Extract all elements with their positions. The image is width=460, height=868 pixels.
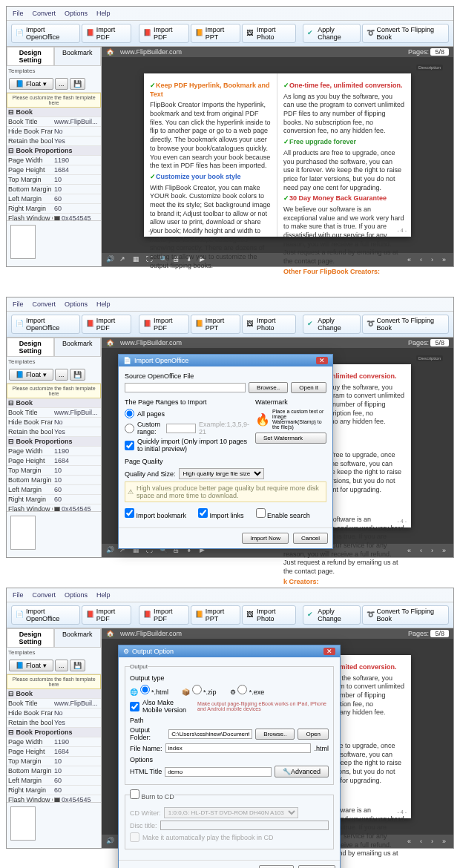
property-grid[interactable]: ⊟ BookBook Titlewww.FlipBuil...Hide Book… bbox=[7, 689, 101, 802]
nav-last[interactable]: » bbox=[439, 838, 449, 845]
tab-bookmark[interactable]: Bookmark bbox=[54, 338, 102, 357]
prop-row[interactable]: ⊟ Book Proportions bbox=[7, 146, 101, 156]
prop-row[interactable]: Page Width1190 bbox=[7, 737, 101, 747]
prop-row[interactable]: Retain the book to centerYes bbox=[7, 427, 101, 437]
nav-last[interactable]: » bbox=[439, 256, 449, 263]
pages-value[interactable]: 5/8 bbox=[430, 339, 449, 346]
prop-row[interactable]: Hide Book Frame BarNo bbox=[7, 708, 101, 718]
exe-radio[interactable] bbox=[237, 685, 247, 694]
tb-import-photo[interactable]: 🖼Import Photo bbox=[242, 605, 296, 625]
nav-prev[interactable]: ‹ bbox=[417, 256, 425, 263]
tb-import-pdf-2[interactable]: 📕Import PDF bbox=[139, 24, 189, 43]
sound-icon[interactable]: 🔊 bbox=[106, 837, 115, 846]
prop-row[interactable]: Book Titlewww.FlipBuil... bbox=[7, 699, 101, 708]
tb-import-openoffice[interactable]: 📄Import OpenOffice bbox=[11, 605, 80, 625]
template-float[interactable]: 📘Float▾ bbox=[9, 660, 53, 671]
prop-row[interactable]: Hide Book Frame BarNo bbox=[7, 127, 101, 137]
thumb-page[interactable] bbox=[10, 806, 36, 841]
custom-range-radio[interactable] bbox=[125, 424, 134, 433]
tb-convert[interactable]: ➰Convert To Flipping Book bbox=[362, 605, 449, 625]
quality-select[interactable]: High quality large file size bbox=[179, 468, 264, 479]
tb-import-pdf-2[interactable]: 📕Import PDF bbox=[139, 605, 189, 625]
convert-button[interactable]: Convert bbox=[298, 865, 335, 868]
menu-convert[interactable]: Convert bbox=[33, 10, 56, 17]
page-left[interactable]: ✓Keep PDF Hyperlink, Bookmark and Text F… bbox=[144, 73, 277, 237]
prop-row[interactable]: Book Titlewww.FlipBuil... bbox=[7, 408, 101, 418]
import-bookmark-check[interactable] bbox=[125, 508, 134, 518]
set-watermark-button[interactable]: Set Watermark bbox=[255, 433, 326, 444]
menu-file[interactable]: File bbox=[13, 300, 24, 308]
menu-file[interactable]: File bbox=[13, 10, 24, 17]
prop-row[interactable]: ⊟ Book bbox=[7, 398, 101, 408]
tb-import-openoffice[interactable]: 📄Import OpenOffice bbox=[11, 315, 80, 334]
prop-row[interactable]: Bottom Margin10 bbox=[7, 766, 101, 776]
tb-import-pdf-2[interactable]: 📕Import PDF bbox=[139, 315, 189, 334]
sound-icon[interactable]: 🔊 bbox=[106, 546, 115, 555]
html-radio[interactable] bbox=[140, 685, 150, 694]
nav-next[interactable]: › bbox=[428, 838, 436, 845]
prop-row[interactable]: Bottom Margin10 bbox=[7, 185, 101, 194]
tb-import-photo[interactable]: 🖼Import Photo bbox=[242, 315, 296, 334]
menu-file[interactable]: File bbox=[13, 591, 24, 599]
close-icon[interactable]: ✕ bbox=[316, 357, 328, 364]
burn-check[interactable] bbox=[130, 789, 139, 799]
quick-import-check[interactable] bbox=[125, 441, 134, 450]
nav-prev[interactable]: ‹ bbox=[417, 838, 425, 845]
prop-row[interactable]: Top Margin10 bbox=[7, 757, 101, 766]
menu-help[interactable]: Help bbox=[96, 591, 111, 599]
custom-input[interactable] bbox=[166, 424, 196, 433]
mobile-check[interactable] bbox=[130, 702, 139, 711]
page-right[interactable]: ✓One-time fee, unlimited conversion. As … bbox=[277, 73, 411, 237]
tb-apply[interactable]: ✔Apply Change bbox=[303, 315, 360, 334]
tb-import-pdf-1[interactable]: 📕Import PDF bbox=[82, 24, 132, 43]
prop-row[interactable]: ⊟ Book bbox=[7, 689, 101, 699]
prop-row[interactable]: Left Margin60 bbox=[7, 194, 101, 204]
browse-button[interactable]: Browse.. bbox=[249, 382, 288, 393]
nav-first[interactable]: « bbox=[404, 256, 414, 263]
tb-convert[interactable]: ➰Convert To Flipping Book bbox=[362, 315, 449, 334]
cancel-button[interactable]: Cancel bbox=[259, 865, 294, 868]
prop-row[interactable]: ⊟ Book bbox=[7, 108, 101, 117]
prop-row[interactable]: Right Margin60 bbox=[7, 786, 101, 795]
import-links-check[interactable] bbox=[198, 508, 208, 518]
tb-import-openoffice[interactable]: 📄Import OpenOffice bbox=[11, 24, 80, 43]
browse-button[interactable]: Browse.. bbox=[255, 729, 295, 740]
prop-row[interactable]: ⊟ Book Proportions bbox=[7, 437, 101, 447]
tb-import-ppt[interactable]: 📙Import PPT bbox=[191, 605, 240, 625]
open-button[interactable]: Open bbox=[298, 729, 329, 740]
src-input[interactable] bbox=[125, 383, 246, 392]
template-save[interactable]: 💾 bbox=[70, 369, 85, 381]
prop-row[interactable]: Left Margin60 bbox=[7, 776, 101, 786]
nav-next[interactable]: › bbox=[428, 256, 436, 263]
nav-last[interactable]: » bbox=[439, 547, 449, 554]
prop-row[interactable]: Page Width1190 bbox=[7, 447, 101, 456]
home-icon[interactable]: 🏠 bbox=[106, 630, 114, 637]
prop-row[interactable]: Page Height1684 bbox=[7, 456, 101, 466]
tb-convert[interactable]: ➰Convert To Flipping Book bbox=[362, 24, 449, 43]
thumb-page[interactable] bbox=[10, 516, 36, 550]
nav-first[interactable]: « bbox=[404, 838, 414, 845]
tb-import-photo[interactable]: 🖼Import Photo bbox=[242, 24, 296, 43]
prop-row[interactable]: Page Height1684 bbox=[7, 747, 101, 757]
prop-row[interactable]: ⊟ Book Proportions bbox=[7, 728, 101, 737]
tb-apply[interactable]: ✔Apply Change bbox=[303, 605, 360, 625]
close-icon[interactable]: ✕ bbox=[323, 648, 335, 655]
menu-help[interactable]: Help bbox=[96, 300, 111, 308]
folder-input[interactable] bbox=[168, 729, 252, 739]
prop-row[interactable]: Retain the book to centerYes bbox=[7, 718, 101, 728]
tab-bookmark[interactable]: Bookmark bbox=[54, 47, 102, 66]
menu-convert[interactable]: Convert bbox=[33, 591, 56, 599]
template-browse[interactable]: ... bbox=[55, 78, 68, 90]
prop-row[interactable]: Right Margin60 bbox=[7, 204, 101, 214]
property-grid[interactable]: ⊟ BookBook Titlewww.FlipBuil...Hide Book… bbox=[7, 398, 101, 511]
prop-row[interactable]: Top Margin10 bbox=[7, 466, 101, 476]
tb-import-ppt[interactable]: 📙Import PPT bbox=[191, 315, 240, 334]
html-title-input[interactable] bbox=[165, 767, 272, 777]
tb-import-pdf-1[interactable]: 📕Import PDF bbox=[82, 315, 132, 334]
nav-prev[interactable]: ‹ bbox=[417, 547, 425, 554]
prop-row[interactable]: Right Margin60 bbox=[7, 495, 101, 504]
prop-row[interactable]: Page Width1190 bbox=[7, 156, 101, 165]
nav-first[interactable]: « bbox=[404, 547, 414, 554]
prop-row[interactable]: Flash Window Color0x454545 bbox=[7, 795, 101, 802]
prop-row[interactable]: Book Titlewww.FlipBuil... bbox=[7, 117, 101, 127]
